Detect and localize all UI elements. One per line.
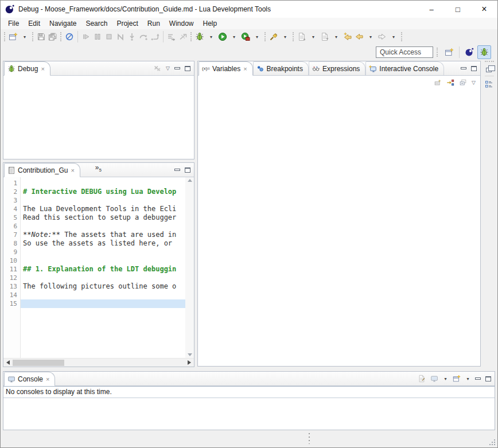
suspend-button[interactable] <box>92 30 103 43</box>
code-line[interactable] <box>21 274 185 282</box>
code-line[interactable]: The following pictures outline some o <box>21 282 185 291</box>
previous-annotation-button[interactable] <box>319 30 330 43</box>
code-line[interactable] <box>21 299 185 308</box>
search-dropdown[interactable]: ▾ <box>279 30 291 43</box>
maximize-view-button[interactable] <box>185 66 190 71</box>
lua-perspective-button[interactable] <box>462 45 476 59</box>
tab-interactive-console[interactable]: Interactive Console <box>365 61 444 75</box>
toolbar-drag-handle[interactable] <box>4 32 6 41</box>
quick-access-input[interactable] <box>376 46 433 58</box>
forward-dropdown[interactable]: ▾ <box>388 30 399 43</box>
hidden-editors-chevron[interactable]: »5 <box>95 163 102 173</box>
pin-console-icon[interactable] <box>418 375 426 383</box>
editor-horizontal-scrollbar[interactable] <box>3 358 194 367</box>
status-bar-drag-handle[interactable] <box>309 433 310 444</box>
window-maximize-button[interactable]: □ <box>445 1 471 18</box>
code-line[interactable] <box>21 179 185 188</box>
code-line[interactable] <box>21 256 185 265</box>
horizontal-scroll-thumb[interactable] <box>13 360 64 366</box>
toolbar-drag-handle[interactable] <box>437 48 438 57</box>
menu-project[interactable]: Project <box>112 18 142 29</box>
restore-view-icon[interactable] <box>486 68 492 72</box>
outline-view-icon[interactable] <box>485 80 494 89</box>
terminate-button[interactable] <box>103 30 115 43</box>
forward-button[interactable] <box>376 30 388 43</box>
new-wizard-dropdown[interactable]: ▾ <box>19 30 30 43</box>
skip-all-breakpoints-button[interactable] <box>64 30 75 43</box>
toolbar-drag-handle[interactable] <box>401 32 403 41</box>
code-line[interactable]: So use the assets as listed here, or <box>21 239 185 248</box>
scroll-left-icon[interactable] <box>6 360 10 365</box>
collapse-all-icon[interactable] <box>459 79 467 87</box>
new-wizard-button[interactable] <box>7 30 19 43</box>
scroll-right-icon[interactable] <box>188 360 191 365</box>
debug-dropdown[interactable]: ▾ <box>205 30 217 43</box>
run-dropdown[interactable]: ▾ <box>228 30 240 43</box>
minimize-view-button[interactable] <box>461 67 466 69</box>
minimize-view-button[interactable] <box>475 377 481 380</box>
code-line[interactable]: ## 1. Explanation of the LDT debuggin <box>21 265 185 274</box>
toolbar-drag-handle[interactable] <box>190 32 192 41</box>
debug-button[interactable] <box>194 30 205 43</box>
trim-drag-handle[interactable] <box>485 61 494 62</box>
external-tools-button[interactable] <box>240 30 251 43</box>
minimize-view-button[interactable] <box>174 67 180 69</box>
menu-search[interactable]: Search <box>81 18 112 29</box>
menu-edit[interactable]: Edit <box>24 18 45 29</box>
menu-navigate[interactable]: Navigate <box>45 18 81 29</box>
code-line[interactable] <box>21 291 185 299</box>
tab-expressions[interactable]: Expressions <box>309 61 365 75</box>
menu-file[interactable]: File <box>3 18 24 29</box>
remove-all-terminated-icon[interactable] <box>153 64 161 72</box>
display-selected-console-icon[interactable] <box>430 375 438 383</box>
toolbar-drag-handle[interactable] <box>264 32 266 41</box>
step-filters-button[interactable] <box>177 30 189 43</box>
external-tools-dropdown[interactable]: ▾ <box>251 30 263 43</box>
code-line[interactable]: The Lua Development Tools in the Ecli <box>21 205 185 213</box>
search-button[interactable] <box>268 30 279 43</box>
scroll-down-icon[interactable] <box>188 353 192 356</box>
maximize-view-button[interactable] <box>185 167 190 173</box>
tab-variables[interactable]: (x)= Variables × <box>199 61 253 76</box>
code-line[interactable]: # Interactive DEBUG using Lua Develop <box>21 188 185 196</box>
toolbar-drag-handle[interactable] <box>32 32 34 41</box>
next-annotation-dropdown[interactable]: ▾ <box>308 30 319 43</box>
debug-perspective-button[interactable] <box>477 45 491 59</box>
run-button[interactable] <box>217 30 228 43</box>
code-line[interactable]: Read this section to setup a debugger <box>21 213 185 222</box>
variables-view-body[interactable] <box>198 89 480 366</box>
view-menu-icon[interactable]: ▽ <box>472 80 476 85</box>
code-line[interactable]: **Note:** The assets that are used in <box>21 231 185 239</box>
back-dropdown[interactable]: ▾ <box>365 30 376 43</box>
code-lines[interactable]: # Interactive DEBUG using Lua Develop Th… <box>21 177 185 358</box>
window-minimize-button[interactable]: – <box>418 1 445 18</box>
close-icon[interactable]: × <box>41 65 44 72</box>
code-line[interactable] <box>21 222 185 231</box>
use-step-filters-button[interactable] <box>166 30 177 43</box>
editor-vertical-scrollbar[interactable] <box>185 177 194 358</box>
resume-button[interactable] <box>80 30 92 43</box>
show-type-names-icon[interactable] <box>434 79 442 87</box>
open-perspective-button[interactable] <box>442 45 456 59</box>
next-annotation-button[interactable] <box>296 30 308 43</box>
tab-console[interactable]: Console × <box>4 372 55 386</box>
step-into-button[interactable] <box>126 30 138 43</box>
step-over-button[interactable] <box>138 30 149 43</box>
tab-contribution-guide[interactable]: Contribution_Gu × <box>4 163 80 177</box>
disconnect-button[interactable] <box>115 30 126 43</box>
open-console-icon[interactable] <box>453 375 461 383</box>
chevron-down-icon[interactable]: ▾ <box>465 376 470 381</box>
window-close-button[interactable]: × <box>471 1 497 18</box>
menu-help[interactable]: Help <box>199 18 222 29</box>
maximize-view-button[interactable] <box>485 376 491 381</box>
view-menu-icon[interactable]: ▽ <box>166 66 170 71</box>
console-body[interactable]: No consoles to display at this time. <box>3 386 495 430</box>
chevron-down-icon[interactable]: ▾ <box>443 376 448 381</box>
show-logical-structures-icon[interactable] <box>446 79 454 87</box>
scroll-up-icon[interactable] <box>188 179 192 182</box>
code-line[interactable] <box>21 196 185 205</box>
close-icon[interactable]: × <box>243 65 247 72</box>
close-icon[interactable]: × <box>46 376 49 383</box>
save-button[interactable] <box>36 30 47 43</box>
menu-run[interactable]: Run <box>143 18 165 29</box>
